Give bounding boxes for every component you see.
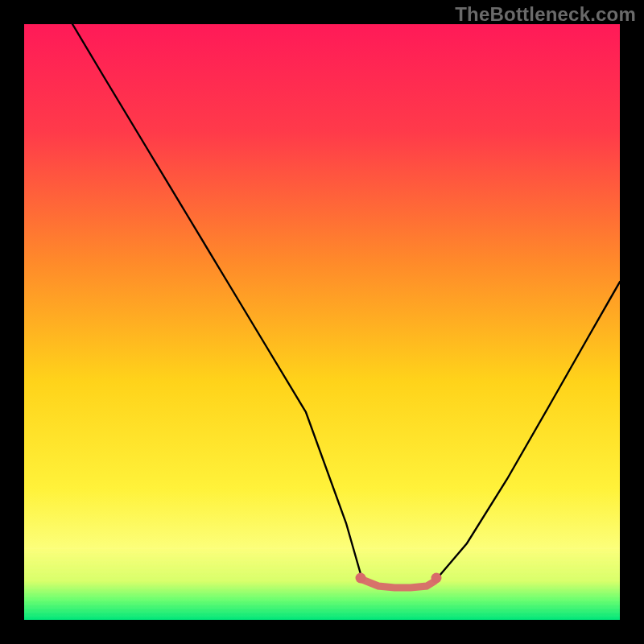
gradient-background [24,24,620,620]
plot-area [24,24,620,620]
chart-frame: TheBottleneck.com [0,0,644,644]
valley-dot-right [431,573,442,584]
watermark-label: TheBottleneck.com [455,3,636,26]
bottleneck-plot [24,24,620,620]
valley-dot-left [356,573,366,584]
